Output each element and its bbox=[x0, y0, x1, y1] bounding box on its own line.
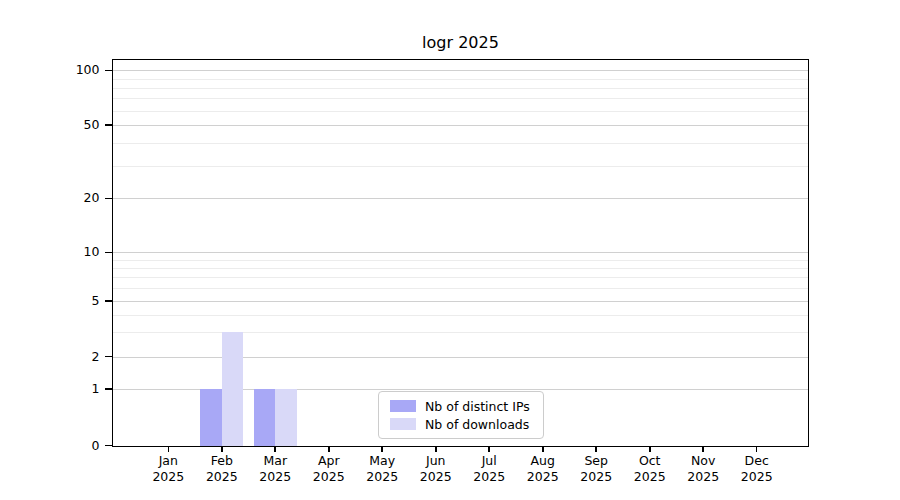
bar-mar-downloads bbox=[275, 389, 297, 446]
x-tick-mark bbox=[328, 446, 330, 452]
y-tick-label: 2 bbox=[56, 350, 100, 364]
y-tick-mark bbox=[105, 356, 112, 358]
plot-area bbox=[113, 60, 808, 446]
gridline-minor bbox=[113, 166, 808, 167]
y-tick-mark bbox=[105, 300, 112, 302]
x-tick-mark bbox=[168, 446, 170, 452]
legend-label: Nb of distinct IPs bbox=[425, 399, 530, 414]
gridline-minor bbox=[113, 268, 808, 269]
legend-swatch bbox=[390, 400, 416, 412]
y-tick-mark bbox=[105, 124, 112, 126]
gridline-minor bbox=[113, 143, 808, 144]
x-tick-mark bbox=[488, 446, 490, 452]
gridline-major bbox=[113, 70, 808, 71]
gridline-minor bbox=[113, 88, 808, 89]
y-tick-label: 100 bbox=[56, 63, 100, 77]
bar-mar-distinct-ips bbox=[254, 389, 276, 446]
x-tick-mark bbox=[595, 446, 597, 452]
x-tick-mark bbox=[381, 446, 383, 452]
gridline-minor bbox=[113, 315, 808, 316]
gridline-minor bbox=[113, 288, 808, 289]
y-tick-label: 20 bbox=[56, 191, 100, 205]
x-tick-mark bbox=[435, 446, 437, 452]
x-tick-mark bbox=[221, 446, 223, 452]
chart-title: logr 2025 bbox=[113, 33, 808, 52]
x-tick-mark bbox=[542, 446, 544, 452]
legend-label: Nb of downloads bbox=[425, 417, 529, 432]
bar-feb-downloads bbox=[222, 332, 244, 446]
download-stats-chart: logr 2025 Nb of distinct IPsNb of downlo… bbox=[0, 0, 900, 500]
y-tick-mark bbox=[105, 445, 112, 447]
gridline-major bbox=[113, 252, 808, 253]
y-tick-label: 5 bbox=[56, 294, 100, 308]
legend-swatch bbox=[390, 418, 416, 430]
gridline-major bbox=[113, 125, 808, 126]
legend-entry: Nb of distinct IPs bbox=[379, 397, 543, 415]
y-tick-mark bbox=[105, 198, 112, 200]
y-tick-mark bbox=[105, 70, 112, 72]
gridline-major bbox=[113, 198, 808, 199]
gridline-minor bbox=[113, 111, 808, 112]
legend-entry: Nb of downloads bbox=[379, 415, 543, 433]
y-tick-mark bbox=[105, 388, 112, 390]
x-tick-mark bbox=[274, 446, 276, 452]
gridline-minor bbox=[113, 79, 808, 80]
gridline-minor bbox=[113, 277, 808, 278]
bar-feb-distinct-ips bbox=[200, 389, 222, 446]
gridline-minor bbox=[113, 332, 808, 333]
gridline-major bbox=[113, 301, 808, 302]
x-tick-mark bbox=[756, 446, 758, 452]
y-tick-mark bbox=[105, 252, 112, 254]
gridline-major bbox=[113, 357, 808, 358]
x-tick-mark bbox=[649, 446, 651, 452]
y-tick-label: 50 bbox=[56, 118, 100, 132]
x-tick-label: Dec 2025 bbox=[725, 453, 789, 484]
x-tick-mark bbox=[702, 446, 704, 452]
y-tick-label: 1 bbox=[56, 382, 100, 396]
gridline-minor bbox=[113, 98, 808, 99]
legend: Nb of distinct IPsNb of downloads bbox=[378, 391, 544, 439]
y-tick-label: 10 bbox=[56, 245, 100, 259]
y-tick-label: 0 bbox=[56, 439, 100, 453]
gridline-minor bbox=[113, 260, 808, 261]
